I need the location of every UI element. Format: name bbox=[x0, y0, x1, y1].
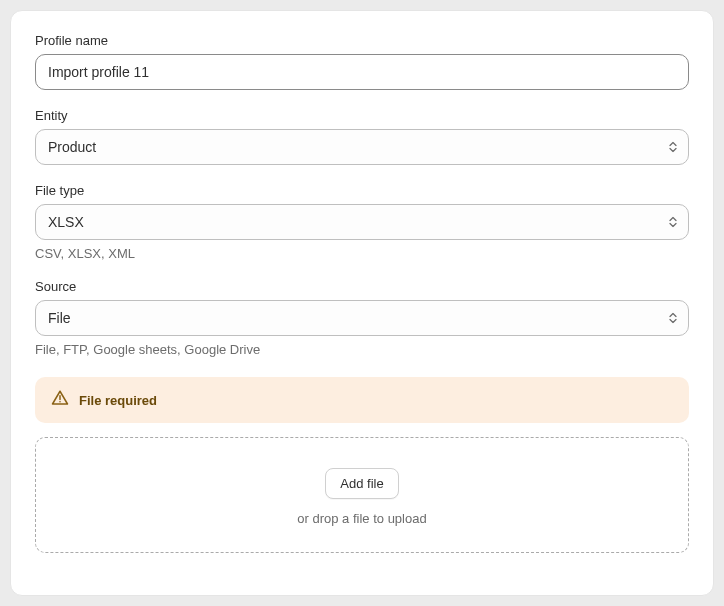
source-select[interactable]: File bbox=[35, 300, 689, 336]
file-type-label: File type bbox=[35, 183, 689, 198]
profile-name-input[interactable] bbox=[35, 54, 689, 90]
warning-text: File required bbox=[79, 393, 157, 408]
file-type-help: CSV, XLSX, XML bbox=[35, 246, 689, 261]
profile-name-field: Profile name bbox=[35, 33, 689, 90]
source-help: File, FTP, Google sheets, Google Drive bbox=[35, 342, 689, 357]
entity-select[interactable]: Product bbox=[35, 129, 689, 165]
svg-point-1 bbox=[59, 401, 61, 403]
dropzone-hint: or drop a file to upload bbox=[56, 511, 668, 526]
warning-icon bbox=[51, 389, 69, 411]
file-type-select[interactable]: XLSX bbox=[35, 204, 689, 240]
entity-field: Entity Product bbox=[35, 108, 689, 165]
add-file-button[interactable]: Add file bbox=[325, 468, 398, 499]
warning-banner: File required bbox=[35, 377, 689, 423]
form-card: Profile name Entity Product File type XL… bbox=[10, 10, 714, 596]
profile-name-label: Profile name bbox=[35, 33, 689, 48]
file-type-field: File type XLSX CSV, XLSX, XML bbox=[35, 183, 689, 261]
file-dropzone[interactable]: Add file or drop a file to upload bbox=[35, 437, 689, 553]
source-label: Source bbox=[35, 279, 689, 294]
source-field: Source File File, FTP, Google sheets, Go… bbox=[35, 279, 689, 357]
entity-label: Entity bbox=[35, 108, 689, 123]
